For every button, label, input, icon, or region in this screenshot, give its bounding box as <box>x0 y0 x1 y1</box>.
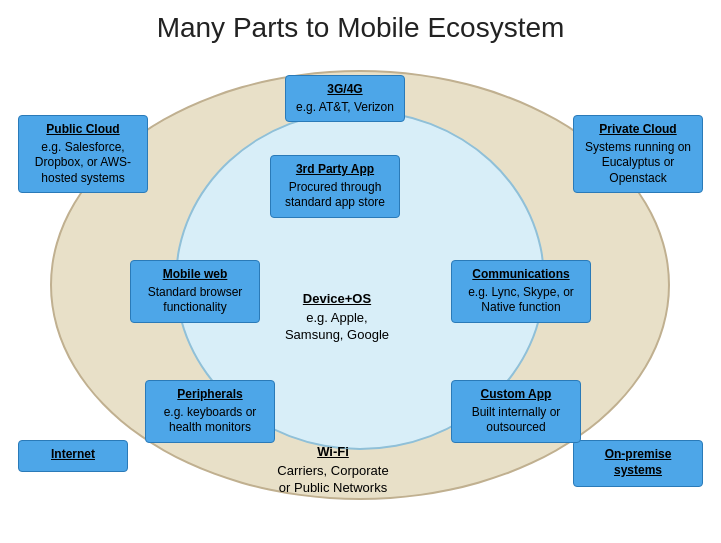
g3g4-title: 3G/4G <box>294 82 396 98</box>
communications-body: e.g. Lync, Skype, or Native function <box>468 285 574 315</box>
g3g4-body: e.g. AT&T, Verizon <box>296 100 394 114</box>
public-cloud-title: Public Cloud <box>27 122 139 138</box>
box-internet: Internet <box>18 440 128 472</box>
box-onpremise: On-premise systems <box>573 440 703 487</box>
communications-title: Communications <box>460 267 582 283</box>
onpremise-title: On-premise systems <box>582 447 694 478</box>
public-cloud-body: e.g. Salesforce, Dropbox, or AWS-hosted … <box>35 140 131 185</box>
box-3rdparty: 3rd Party App Procured through standard … <box>270 155 400 218</box>
box-mobileweb: Mobile web Standard browser functionalit… <box>130 260 260 323</box>
mobile-web-body: Standard browser functionality <box>148 285 243 315</box>
internet-title: Internet <box>27 447 119 463</box>
box-wifi: Wi-Fi Carriers, Corporate or Public Netw… <box>268 438 398 503</box>
box-private-cloud: Private Cloud Systems running on Eucalyp… <box>573 115 703 193</box>
third-party-title: 3rd Party App <box>279 162 391 178</box>
private-cloud-body: Systems running on Eucalyptus or Opensta… <box>585 140 691 185</box>
box-communications: Communications e.g. Lync, Skype, or Nati… <box>451 260 591 323</box>
box-public-cloud: Public Cloud e.g. Salesforce, Dropbox, o… <box>18 115 148 193</box>
wifi-title: Wi-Fi <box>276 444 390 461</box>
box-deviceos: Device+OS e.g. Apple, Samsung, Google <box>272 285 402 350</box>
box-3g4g: 3G/4G e.g. AT&T, Verizon <box>285 75 405 122</box>
custom-app-body: Built internally or outsourced <box>472 405 561 435</box>
page-title: Many Parts to Mobile Ecosystem <box>0 0 721 50</box>
device-os-title: Device+OS <box>280 291 394 308</box>
diagram-container: Public Cloud e.g. Salesforce, Dropbox, o… <box>0 50 721 540</box>
device-os-body: e.g. Apple, Samsung, Google <box>285 310 389 342</box>
private-cloud-title: Private Cloud <box>582 122 694 138</box>
mobile-web-title: Mobile web <box>139 267 251 283</box>
peripherals-title: Peripherals <box>154 387 266 403</box>
third-party-body: Procured through standard app store <box>285 180 385 210</box>
box-customapp: Custom App Built internally or outsource… <box>451 380 581 443</box>
peripherals-body: e.g. keyboards or health monitors <box>164 405 257 435</box>
custom-app-title: Custom App <box>460 387 572 403</box>
wifi-body: Carriers, Corporate or Public Networks <box>277 463 388 495</box>
box-peripherals: Peripherals e.g. keyboards or health mon… <box>145 380 275 443</box>
